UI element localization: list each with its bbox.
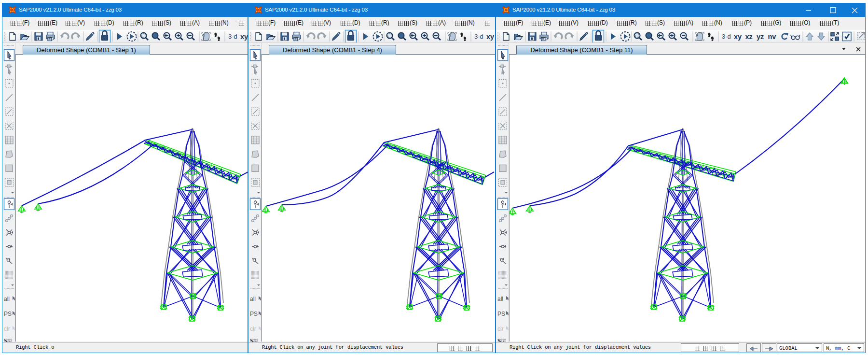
- svg-text:clr: clr: [250, 326, 256, 332]
- svg-text:xz: xz: [745, 33, 753, 41]
- svg-text:nv: nv: [768, 33, 776, 41]
- svg-text:all: all: [250, 296, 256, 302]
- svg-text:xy: xy: [486, 33, 494, 41]
- svg-text:xy: xy: [734, 33, 742, 41]
- svg-text:PS: PS: [497, 311, 505, 317]
- svg-text:all: all: [497, 296, 503, 302]
- svg-text:PS: PS: [250, 311, 258, 317]
- svg-text:all: all: [4, 296, 10, 302]
- svg-text:3-d: 3-d: [228, 33, 237, 40]
- svg-text:yz: yz: [757, 33, 764, 41]
- svg-text:clr: clr: [4, 326, 10, 332]
- svg-text:xy: xy: [240, 33, 248, 41]
- svg-text:3-d: 3-d: [722, 33, 731, 40]
- svg-text:PS: PS: [4, 311, 12, 317]
- svg-text:3-d: 3-d: [474, 33, 483, 40]
- svg-text:clr: clr: [497, 326, 504, 332]
